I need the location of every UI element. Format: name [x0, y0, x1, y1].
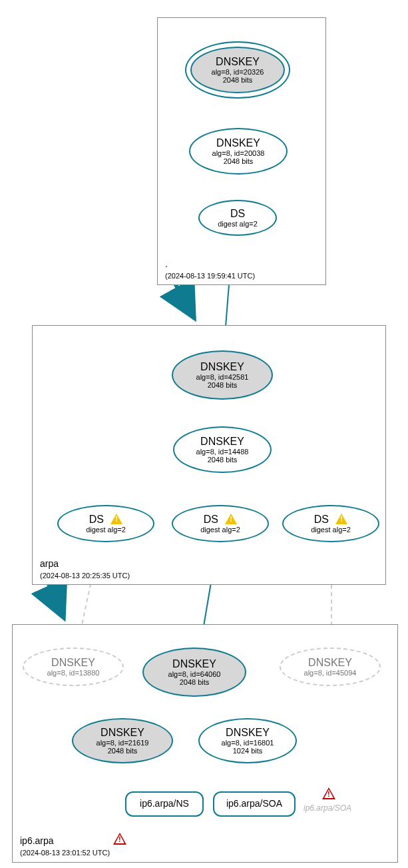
ds-label: DS	[198, 514, 243, 526]
warning-icon	[335, 514, 347, 524]
dnskey-bits: 2048 bits	[102, 747, 143, 755]
ds-detail: digest alg=2	[212, 220, 263, 228]
dnskey-bits: 2048 bits	[174, 678, 215, 686]
node-root-ds[interactable]: DS digest alg=2	[198, 200, 277, 236]
dnskey-bits: 2048 bits	[218, 76, 258, 84]
dnskey-bits: 2048 bits	[218, 157, 259, 165]
ds-text: DS	[204, 514, 218, 525]
dnskey-label: DNSKEY	[303, 657, 357, 669]
node-arpa-ksk[interactable]: DNSKEY alg=8, id=42581 2048 bits	[172, 350, 273, 400]
ds-label: DS	[84, 514, 128, 526]
rrset-label: ip6.arpa/NS	[134, 799, 194, 809]
dnskey-detail: alg=8, id=45094	[299, 669, 362, 677]
dnskey-label: DNSKEY	[46, 657, 101, 669]
dnskey-detail: alg=8, id=16801	[216, 739, 280, 747]
zone-root-date: (2024-08-13 19:59:41 UTC)	[165, 272, 255, 280]
ds-detail: digest alg=2	[195, 526, 246, 534]
error-icon	[113, 833, 126, 845]
node-arpa-ds-1[interactable]: DS digest alg=2	[57, 505, 154, 542]
dnskey-label: DNSKEY	[210, 56, 265, 68]
zone-ip6arpa-label: ip6.arpa	[20, 835, 54, 847]
ds-text: DS	[314, 514, 329, 525]
dnskey-label: DNSKEY	[167, 658, 222, 670]
dnskey-detail: alg=8, id=20038	[207, 149, 270, 157]
node-ip6-dnskey-13880-missing[interactable]: DNSKEY alg=8, id=13880	[23, 648, 124, 686]
dnskey-detail: alg=8, id=13880	[42, 669, 105, 677]
dnskey-detail: alg=8, id=21619	[91, 739, 154, 747]
node-ip6-dnskey-45094-missing[interactable]: DNSKEY alg=8, id=45094	[280, 648, 381, 686]
node-ip6-ksk-64060[interactable]: DNSKEY alg=8, id=64060 2048 bits	[142, 648, 246, 697]
dnskey-bits: 2048 bits	[202, 456, 243, 464]
node-ip6-zsk-21619[interactable]: DNSKEY alg=8, id=21619 2048 bits	[72, 718, 173, 763]
zone-ip6arpa-date: (2024-08-13 23:01:52 UTC)	[20, 849, 110, 857]
dnskey-detail: alg=8, id=42581	[191, 373, 254, 381]
rrset-label: ip6.arpa/SOA	[221, 799, 288, 809]
ds-text: DS	[89, 514, 104, 525]
error-icon	[322, 787, 335, 799]
node-root-zsk[interactable]: DNSKEY alg=8, id=20038 2048 bits	[189, 128, 288, 175]
node-arpa-zsk[interactable]: DNSKEY alg=8, id=14488 2048 bits	[173, 426, 272, 473]
dnskey-detail: alg=8, id=14488	[191, 448, 254, 456]
ghost-soa-label: ip6.arpa/SOA	[304, 803, 351, 813]
dnskey-label: DNSKEY	[95, 727, 150, 739]
node-ip6-zsk-16801[interactable]: DNSKEY alg=8, id=16801 1024 bits	[198, 718, 297, 763]
ds-label: DS	[225, 208, 250, 220]
node-ip6-soa[interactable]: ip6.arpa/SOA	[213, 791, 296, 817]
node-arpa-ds-3[interactable]: DS digest alg=2	[282, 505, 379, 542]
dnskey-bits: 2048 bits	[202, 381, 243, 389]
node-ip6-ns[interactable]: ip6.arpa/NS	[125, 791, 204, 817]
warning-icon	[225, 514, 237, 524]
dnskey-label: DNSKEY	[220, 727, 275, 739]
zone-arpa-date: (2024-08-13 20:25:35 UTC)	[40, 572, 130, 580]
warning-icon	[110, 514, 122, 524]
dnskey-bits: 1024 bits	[228, 747, 268, 755]
zone-arpa-label: arpa	[40, 558, 59, 570]
ds-detail: digest alg=2	[306, 526, 356, 534]
node-root-ksk[interactable]: DNSKEY alg=8, id=20326 2048 bits	[185, 41, 290, 99]
ds-label: DS	[309, 514, 353, 526]
ds-detail: digest alg=2	[81, 526, 131, 534]
dnskey-label: DNSKEY	[195, 436, 250, 448]
node-arpa-ds-2[interactable]: DS digest alg=2	[172, 505, 269, 542]
dnskey-label: DNSKEY	[195, 361, 250, 373]
zone-root-label: .	[165, 258, 168, 270]
dnskey-label: DNSKEY	[211, 137, 266, 149]
dnskey-detail: alg=8, id=64060	[163, 670, 226, 678]
dnskey-detail: alg=8, id=20326	[206, 68, 270, 76]
